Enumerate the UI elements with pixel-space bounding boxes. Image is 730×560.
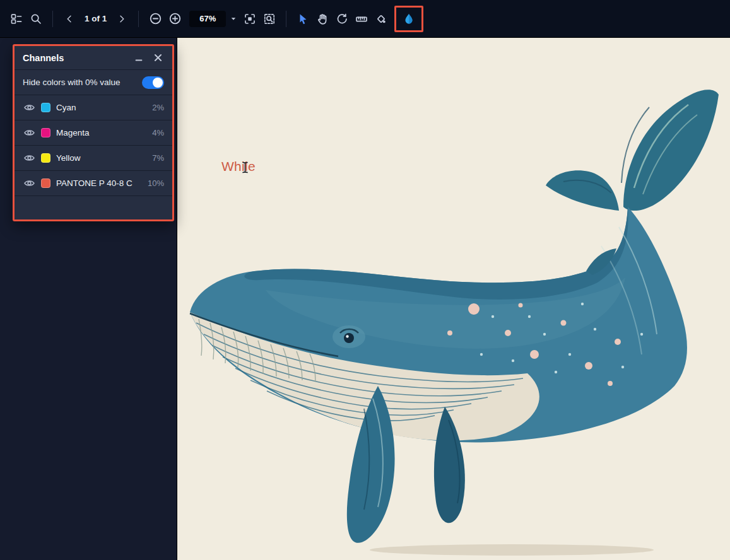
channel-swatch [41,128,50,137]
channel-name: Yellow [56,153,81,163]
channels-panel: Channels Hide colors with 0% value Cyan [13,44,174,221]
minimize-icon[interactable] [132,52,145,64]
channel-row: Magenta 4% [15,120,172,146]
rotate-icon[interactable] [333,10,351,28]
previous-page-icon[interactable] [61,10,78,28]
channel-row: Cyan 2% [15,95,172,120]
color-swatch-icon[interactable] [372,10,390,28]
zoom-level-value: 67% [199,14,216,23]
hide-zero-toggle[interactable] [142,76,164,89]
panel-title: Channels [23,53,126,63]
channel-value: 7% [152,153,164,163]
whale-illustration [177,38,730,560]
toolbar: 1 of 1 67% [0,0,730,38]
page-indicator: 1 of 1 [85,14,107,23]
app-window: 1 of 1 67% [0,0,730,560]
channels-droplet-icon[interactable] [400,10,418,28]
hand-tool-icon[interactable] [314,10,331,28]
channel-name: Magenta [56,128,90,137]
close-icon[interactable] [151,52,164,64]
hide-zero-toggle-row: Hide colors with 0% value [15,70,172,95]
channel-swatch [41,103,50,112]
channel-name: PANTONE P 40-8 C [56,178,132,188]
zoom-dropdown-caret-icon[interactable] [228,10,239,28]
document-canvas[interactable]: While [177,38,730,560]
text-cursor-icon [241,161,249,177]
channel-swatch [41,178,50,188]
channel-row: PANTONE P 40-8 C 10% [15,171,172,196]
page-thumbnails-icon[interactable] [8,10,25,28]
search-icon[interactable] [27,10,45,28]
zoom-level-input[interactable]: 67% [189,11,226,27]
zoom-in-icon[interactable] [166,10,184,28]
marquee-zoom-icon[interactable] [261,10,278,28]
document-text[interactable]: While [221,159,256,174]
channel-swatch [41,153,50,163]
visibility-eye-icon[interactable] [23,178,35,189]
channel-value: 10% [148,178,164,188]
zoom-out-icon[interactable] [146,10,164,28]
fit-page-icon[interactable] [241,10,259,28]
hide-zero-toggle-label: Hide colors with 0% value [23,78,121,87]
channel-value: 2% [152,103,164,112]
channel-value: 4% [152,128,164,137]
toolbar-divider [138,11,139,27]
toolbar-divider [52,11,53,27]
annotation-highlight-toolbar [394,6,423,32]
visibility-eye-icon[interactable] [23,103,35,113]
channel-row: Yellow 7% [15,146,172,171]
measure-ruler-icon[interactable] [353,10,370,28]
next-page-icon[interactable] [113,10,131,28]
visibility-eye-icon[interactable] [23,128,35,138]
select-tool-icon[interactable] [294,10,312,28]
channels-panel-header: Channels [15,46,172,70]
channel-name: Cyan [56,103,76,112]
toolbar-divider [286,11,286,27]
visibility-eye-icon[interactable] [23,153,35,163]
